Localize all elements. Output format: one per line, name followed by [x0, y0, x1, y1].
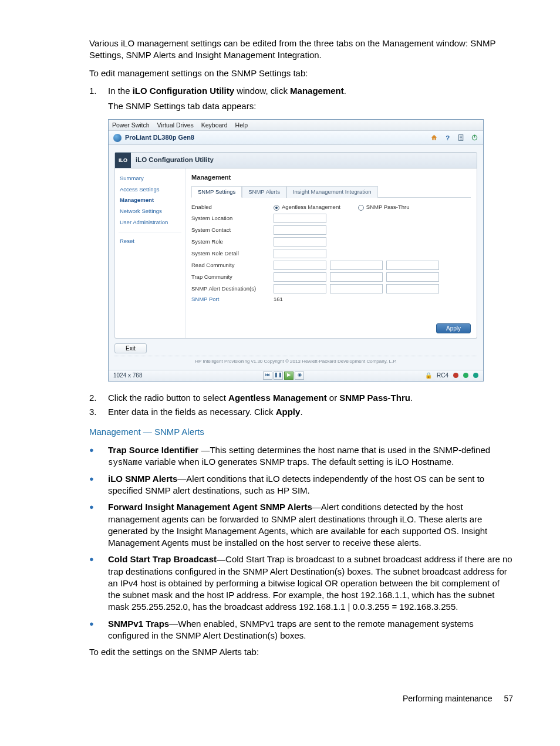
text: In the [108, 86, 133, 96]
step-2: 2. Click the radio button to select Agen… [89, 392, 513, 404]
bullet-icon: ● [89, 618, 108, 642]
text-bold: Apply [276, 407, 301, 417]
ilo-badge: iLO [115, 153, 131, 168]
bullet-icon: ● [89, 501, 108, 549]
tab-snmp-settings[interactable]: SNMP Settings [191, 186, 242, 198]
input-system-contact[interactable] [274, 225, 326, 235]
intro-paragraph-2: To edit management settings on the SNMP … [89, 67, 513, 79]
input-trap-community-2[interactable] [330, 272, 383, 282]
playback-controls: ⏮ ❚❚ ▶ ◉ [263, 372, 304, 380]
input-read-community-2[interactable] [330, 261, 383, 270]
utility-header: iLO iLO Configuration Utility [114, 152, 477, 168]
menu-help[interactable]: Help [235, 121, 248, 129]
pause-button[interactable]: ❚❚ [274, 372, 283, 380]
text-bold: SNMP Pass-Thru [339, 393, 410, 403]
play-button[interactable]: ▶ [284, 372, 294, 380]
step-number: 2. [89, 392, 108, 404]
sidebar-item-summary[interactable]: Summary [119, 173, 181, 184]
hp-logo-icon [113, 134, 122, 142]
statusbar: 1024 x 768 ⏮ ❚❚ ▶ ◉ 🔒 RC4 [109, 370, 483, 381]
bullet-icon: ● [89, 444, 108, 468]
label-system-role-detail: System Role Detail [191, 250, 274, 258]
text-bold: Forward Insight Management Agent SNMP Al… [108, 502, 312, 512]
label-enabled: Enabled [191, 204, 274, 211]
rewind-button[interactable]: ⏮ [263, 372, 272, 380]
text-bold: Management [290, 86, 344, 96]
text: or [327, 393, 340, 403]
tab-insight-management[interactable]: Insight Management Integration [286, 186, 378, 198]
bullet-cold-start: ● Cold Start Trap Broadcast—Cold Start T… [89, 553, 513, 613]
tabs: SNMP Settings SNMP Alerts Insight Manage… [191, 185, 471, 198]
radio-snmp-pass-thru[interactable]: SNMP Pass-Thru [358, 204, 410, 211]
status-encryption: RC4 [437, 372, 448, 380]
document-icon[interactable] [457, 134, 465, 141]
footer-page-number: 57 [504, 693, 513, 704]
text: . [410, 393, 413, 403]
text-bold: Trap Source Identifier [108, 445, 198, 455]
label-snmp-port[interactable]: SNMP Port [191, 296, 274, 303]
input-system-location[interactable] [274, 214, 326, 223]
bullet-ilo-snmp-alerts: ● iLO SNMP Alerts—Alert conditions that … [89, 473, 513, 497]
input-snmp-alert-dest-3[interactable] [386, 284, 439, 293]
tab-snmp-alerts[interactable]: SNMP Alerts [242, 186, 286, 198]
help-icon[interactable]: ? [444, 134, 451, 141]
utility-title: iLO Configuration Utility [131, 153, 218, 168]
sidebar-item-user-administration[interactable]: User Administration [119, 217, 181, 228]
sidebar-item-access-settings[interactable]: Access Settings [119, 184, 181, 195]
exit-button[interactable]: Exit [114, 343, 147, 353]
sidebar-item-network-settings[interactable]: Network Settings [119, 206, 181, 217]
product-title: ProLiant DL380p Gen8 [125, 133, 194, 142]
step-body: Enter data in the fields as necessary. C… [108, 406, 513, 418]
text: variable when iLO generates SNMP traps. … [143, 457, 454, 467]
menu-keyboard[interactable]: Keyboard [201, 121, 228, 129]
bullet-snmpv1-traps: ● SNMPv1 Traps—When enabled, SNMPv1 trap… [89, 618, 513, 642]
radio-agentless-management[interactable]: Agentless Management [274, 204, 340, 211]
input-system-role[interactable] [274, 237, 326, 247]
step-1-sub: The SNMP Settings tab data appears: [108, 100, 513, 112]
step-body: In the iLO Configuration Utility window,… [108, 85, 513, 97]
status-dot-red [453, 373, 458, 378]
status-dot-green-1 [463, 373, 468, 378]
page-footer: Performing maintenance 57 [47, 693, 513, 704]
input-system-role-detail[interactable] [274, 249, 326, 258]
sidebar-item-reset[interactable]: Reset [119, 236, 181, 247]
intro-paragraph-1: Various iLO management settings can be e… [89, 38, 513, 62]
input-read-community-1[interactable] [274, 261, 326, 270]
text: . [300, 407, 302, 417]
step-number: 1. [89, 85, 108, 97]
text-bold: Agentless Management [228, 393, 327, 403]
apply-button[interactable]: Apply [436, 323, 471, 333]
label-system-role: System Role [191, 238, 274, 246]
sidebar-item-management[interactable]: Management [119, 195, 181, 206]
radio-label: SNMP Pass-Thru [366, 204, 410, 211]
content-title: Management [191, 173, 471, 182]
bullet-icon: ● [89, 553, 108, 613]
radio-label: Agentless Management [282, 204, 340, 211]
power-icon[interactable] [471, 134, 478, 141]
step-3: 3. Enter data in the fields as necessary… [89, 406, 513, 418]
screenshot-ilo-config: Power Switch Virtual Drives Keyboard Hel… [108, 119, 484, 382]
text-code: sysName [108, 458, 143, 467]
input-snmp-alert-dest-2[interactable] [330, 284, 383, 293]
label-trap-community: Trap Community [191, 274, 274, 281]
record-button[interactable]: ◉ [295, 372, 304, 380]
sidebar: Summary Access Settings Management Netwo… [115, 168, 185, 338]
input-trap-community-1[interactable] [274, 272, 326, 282]
menu-power-switch[interactable]: Power Switch [112, 121, 150, 129]
home-icon[interactable] [430, 134, 438, 141]
text: window, click [234, 86, 290, 96]
utility-pane: Summary Access Settings Management Netwo… [114, 168, 477, 339]
menu-virtual-drives[interactable]: Virtual Drives [157, 121, 194, 129]
text-bold: SNMPv1 Traps [108, 619, 169, 629]
footer-section: Performing maintenance [403, 693, 492, 704]
input-snmp-alert-dest-1[interactable] [274, 284, 326, 293]
status-dot-green-2 [473, 373, 478, 378]
text: —This setting determines the host name t… [198, 445, 490, 455]
bullet-forward-insight: ● Forward Insight Management Agent SNMP … [89, 501, 513, 549]
input-read-community-3[interactable] [386, 261, 439, 270]
input-trap-community-3[interactable] [386, 272, 439, 282]
step-number: 3. [89, 406, 108, 418]
text: Click the radio button to select [108, 393, 228, 403]
label-system-location: System Location [191, 215, 274, 222]
titlebar: ProLiant DL380p Gen8 ? [109, 131, 483, 145]
